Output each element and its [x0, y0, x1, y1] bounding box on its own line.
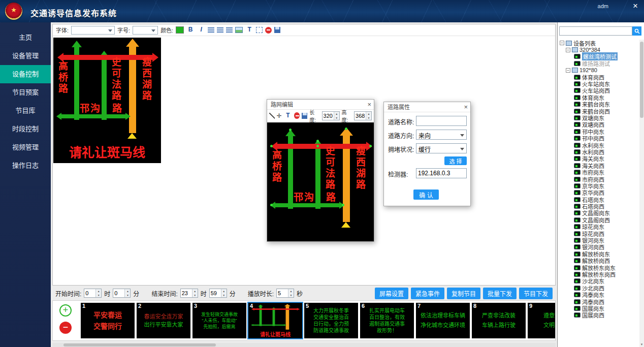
program-thumbnail-2[interactable]: 2 春运安全连万家 出行平安靠大家 [137, 303, 190, 338]
italic-button[interactable]: I [197, 26, 205, 34]
road-editor-title-bar[interactable]: 路网编辑 × [267, 100, 374, 110]
start-minute-spinner[interactable]: ▲▼ [113, 289, 131, 298]
program-thumbnail-3[interactable]: 3 发生轻微交通事故 “人未伤，车能动” 先拍照，后撤离 [192, 303, 246, 338]
color-swatch[interactable] [176, 26, 184, 34]
end-hour-spinner[interactable]: ▲▼ [180, 289, 198, 298]
program-thumbnail-8[interactable]: 8 严查非法改装 车辆上路行驶 [472, 303, 526, 338]
collapse-icon[interactable]: − [560, 41, 564, 45]
led-screen-preview[interactable]: 高桥路 史可法路 瘦西湖路 邗沟 路 请礼让斑马线 [53, 38, 161, 163]
detector-input[interactable] [416, 168, 467, 178]
sidebar-item-device-control[interactable]: 设备控制 [0, 65, 51, 83]
user-name: adm [598, 3, 608, 9]
road-properties-close-icon[interactable]: × [464, 102, 468, 112]
congestion-select[interactable]: 缓行 [416, 143, 467, 153]
road-label-hangou: 邗沟 [294, 190, 315, 203]
road-direction-select[interactable]: 来向 [416, 130, 467, 140]
confirm-button[interactable]: 确 认 [413, 190, 439, 200]
program-thumbnail-7[interactable]: 7 依法治理非标车辆 净化城市交通环境 [416, 303, 470, 338]
height-input[interactable] [355, 112, 366, 120]
end-minute-spinner[interactable]: ▲▼ [209, 289, 227, 298]
control-point[interactable] [345, 128, 347, 130]
sidebar-item-program-plan[interactable]: 节目预案 [0, 83, 51, 102]
select-detector-button[interactable]: 选 择 [444, 156, 467, 165]
screen-settings-button[interactable]: 屏幕设置 [375, 288, 408, 299]
font-select[interactable] [71, 26, 115, 35]
insert-image-icon[interactable] [235, 27, 243, 33]
bold-button[interactable]: B [186, 26, 195, 34]
device-search-input[interactable] [559, 26, 632, 36]
length-spinner[interactable]: ▲▼ [322, 111, 340, 120]
control-point[interactable] [270, 204, 273, 206]
add-program-button[interactable]: + [59, 304, 72, 317]
road-properties-title-bar[interactable]: 道路属性 × [384, 102, 470, 112]
horizontal-scrollbar-thumb[interactable] [63, 343, 216, 346]
thumbnail-number: 2 [138, 303, 141, 309]
height-spinner-arrows[interactable]: ▲▼ [366, 112, 371, 120]
road-editor-canvas[interactable]: 高桥路 史可法路 瘦西湖路 邗沟 路 [267, 122, 374, 241]
vertical-scrollbar[interactable]: ▼ [639, 40, 644, 347]
start-hour-spinner[interactable]: ▲▼ [84, 289, 102, 298]
frame-tool-icon[interactable] [256, 27, 263, 33]
road-name-input[interactable] [416, 116, 467, 126]
device-search-row [559, 26, 641, 36]
save-icon[interactable] [274, 27, 280, 33]
duration-input[interactable] [277, 289, 288, 297]
editor-save-icon[interactable] [302, 113, 307, 119]
editor-text-tool-icon[interactable]: T [284, 112, 292, 120]
program-thumbnail-9[interactable]: 9 遵章守法 文明出行 [528, 303, 556, 338]
text-tool-icon[interactable]: T [245, 26, 253, 34]
copy-program-button[interactable]: 复制节目 [447, 288, 480, 299]
scroll-down-arrow[interactable]: ▼ [639, 342, 644, 347]
align-left-icon[interactable] [208, 27, 214, 33]
control-point[interactable] [270, 145, 273, 147]
editor-road-network-diagram: 高桥路 史可法路 瘦西湖路 邗沟 路 [267, 127, 375, 228]
sidebar-item-device-management[interactable]: 设备管理 [0, 47, 51, 65]
draw-line-icon[interactable] [269, 113, 275, 119]
length-input[interactable] [323, 112, 334, 120]
remove-program-button[interactable]: − [59, 322, 72, 334]
close-icon[interactable]: × [631, 1, 640, 11]
align-center-icon[interactable] [217, 27, 223, 33]
program-thumbnail-1[interactable]: 1 平安春运 交警同行 [81, 303, 135, 338]
length-spinner-arrows[interactable]: ▲▼ [334, 112, 339, 120]
tree-root-device-list[interactable]: − 设备列表 [559, 40, 639, 46]
end-hour-input[interactable] [181, 289, 192, 297]
sidebar-item-time-control[interactable]: 时段控制 [0, 120, 51, 138]
emergency-event-button[interactable]: 紧急事件 [411, 288, 444, 299]
editor-delete-icon[interactable] [294, 112, 300, 119]
align-right-icon[interactable] [226, 27, 233, 33]
size-select[interactable] [133, 26, 158, 35]
collapse-icon[interactable]: − [566, 68, 570, 73]
program-thumbnail-4-selected[interactable]: 4 请礼让斑马线 [248, 303, 302, 338]
program-thumbnail-5[interactable]: 5 大力开展秋冬季 交通安全整治百 日行动，全力预 防道路交通事故 [304, 303, 358, 338]
program-thumbnail-6[interactable]: 6 扎实开展电动车 百日整治，有效 遏制道路交通事 故形势！ [360, 303, 414, 338]
sidebar-item-video-management[interactable]: 视频管理 [0, 138, 51, 156]
control-point[interactable] [369, 145, 372, 147]
sidebar-item-program-library[interactable]: 节目库 [0, 102, 51, 120]
control-point[interactable] [342, 204, 344, 206]
control-point[interactable] [316, 140, 319, 142]
height-spinner[interactable]: ▲▼ [354, 111, 372, 120]
search-button[interactable] [632, 26, 641, 36]
duration-spinner[interactable]: ▲▼ [276, 289, 294, 298]
control-point[interactable] [289, 129, 292, 131]
end-minute-input[interactable] [210, 289, 221, 297]
move-tool-icon[interactable]: ✛ [277, 112, 282, 119]
program-send-button[interactable]: 节目下发 [519, 288, 553, 299]
delete-icon[interactable] [265, 27, 272, 34]
batch-send-button[interactable]: 批量下发 [483, 288, 517, 299]
tree-item-device[interactable]: 国展岗西 [559, 312, 639, 319]
start-hour-input[interactable] [84, 289, 95, 297]
road-editor-close-icon[interactable]: × [367, 100, 371, 110]
control-point[interactable] [316, 145, 319, 147]
start-minute-input[interactable] [113, 289, 124, 297]
tree-item-device[interactable]: 维扬路测试 [559, 60, 639, 67]
tree-item-label: 维扬路测试 [582, 59, 610, 68]
horizontal-scrollbar[interactable] [52, 343, 556, 347]
sidebar-item-operation-log[interactable]: 操作日志 [0, 156, 51, 175]
sidebar-item-home[interactable]: 主页 [0, 28, 51, 47]
vertical-scrollbar-thumb[interactable] [640, 42, 643, 118]
collapse-icon[interactable]: − [566, 48, 570, 52]
thumbnail-text: 发生轻微交通事故 [192, 311, 246, 318]
thumbnail-number: 3 [194, 303, 197, 309]
